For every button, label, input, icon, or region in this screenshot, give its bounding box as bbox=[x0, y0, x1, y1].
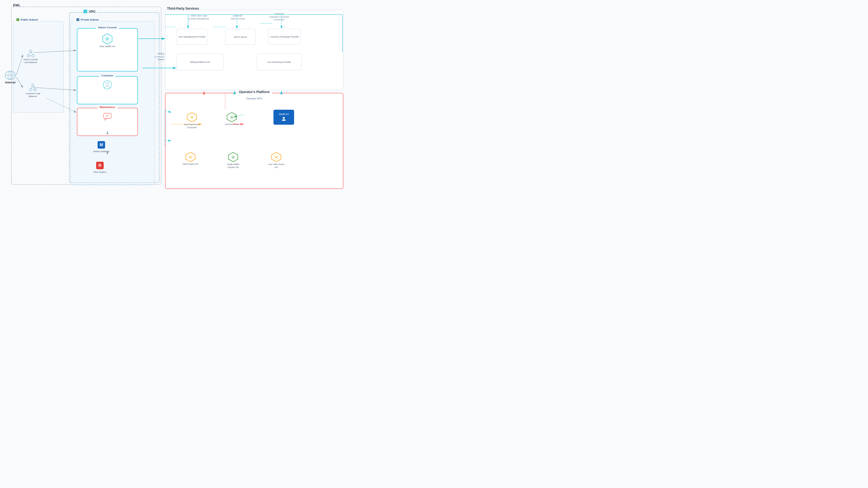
maintenance-box: Maintenance bbox=[77, 108, 138, 136]
single-wallet-label: Single Wallet Transfer API bbox=[224, 163, 243, 169]
admin-lb-label: Admin ConsoleLoad Balancer bbox=[24, 58, 38, 64]
smtp-label: SMTP Server bbox=[234, 36, 247, 38]
svg-text:⚙: ⚙ bbox=[189, 156, 192, 159]
maintenance-icon-node bbox=[103, 112, 112, 121]
svg-text:⚙: ⚙ bbox=[275, 156, 278, 159]
svg-point-11 bbox=[27, 55, 30, 57]
svg-point-10 bbox=[30, 50, 32, 52]
svg-text:⚙: ⚙ bbox=[230, 116, 233, 119]
lock-icon: 🔒 bbox=[16, 18, 20, 21]
live-streaming-box: Live Streaming Provider bbox=[257, 54, 301, 70]
svg-text:⚙: ⚙ bbox=[106, 37, 109, 41]
line-video-node: ⚙ Line Video Event API bbox=[267, 152, 286, 169]
public-subnet: 🔒 Public Subnet bbox=[13, 21, 64, 112]
slave-db-icon: R bbox=[95, 161, 104, 170]
customer-icon-node bbox=[103, 80, 112, 90]
architecture-diagram: EWL ☁ VPC 🔒 Public Subnet 🔒 Private Subn… bbox=[0, 0, 347, 195]
admin-lb-icon bbox=[27, 49, 35, 58]
alerts-export-node: ⚙ Alerts Export API bbox=[183, 152, 198, 165]
smtp-box: SMTP Server bbox=[225, 29, 256, 45]
admin-lb-node: Admin ConsoleLoad Balancer bbox=[24, 49, 38, 64]
currencies-label: [Optional]Automatic CurrenciesConversion bbox=[266, 12, 292, 21]
svg-line-20 bbox=[33, 86, 35, 89]
private-subnet-label: 🔒 Private Subnet bbox=[75, 18, 100, 21]
maintenance-box-title: Maintenance bbox=[98, 106, 117, 108]
single-wallet-icon: ⚙ bbox=[228, 152, 238, 162]
customer-lb-node: Customer Load Balancer bbox=[24, 83, 42, 98]
currency-exchange-label: Currency Exchange Provider bbox=[270, 35, 299, 38]
account-status-label: Account Status bbox=[225, 123, 239, 125]
admin-login-label: Admin User Login& Roles Management bbox=[186, 14, 212, 20]
user-mgmt-box: User Management Provider bbox=[177, 29, 207, 45]
oauth-icon bbox=[281, 116, 287, 122]
account-status-node: ⚙ Account Status bbox=[225, 112, 239, 125]
account-status-icon: ⚙ bbox=[226, 112, 237, 122]
alerts-export-icon: ⚙ bbox=[185, 152, 195, 162]
svg-text:🔒: 🔒 bbox=[77, 19, 79, 21]
user-mgmt-label: User Management Provider bbox=[178, 35, 206, 38]
internet-icon bbox=[4, 70, 17, 80]
internet-node: Internet bbox=[4, 70, 17, 84]
admin-console-box: Admin Console ⚙ EWL Wallet API bbox=[77, 28, 138, 71]
master-db-icon: M bbox=[97, 140, 106, 150]
live-streaming-label: Live Streaming Provider bbox=[267, 61, 291, 63]
line-video-label: Line Video Event API bbox=[267, 163, 286, 169]
svg-line-14 bbox=[31, 52, 33, 55]
operators-region: Operator's Platform Operator APIs ⚙ Data… bbox=[165, 93, 343, 189]
slave-db-label: Slave Replica bbox=[93, 171, 106, 173]
svg-point-25 bbox=[103, 80, 112, 89]
alerts-export-label: Alerts Export API bbox=[183, 163, 198, 165]
svg-point-18 bbox=[34, 89, 36, 91]
maintenance-chat-icon bbox=[103, 112, 112, 121]
third-party-region: Admin User Login& Roles Management [Opti… bbox=[165, 10, 343, 90]
vpc-label: ☁ VPC bbox=[83, 9, 96, 13]
customer-lb-icon bbox=[29, 83, 37, 92]
customer-lb-label: Customer Load Balancer bbox=[24, 92, 42, 98]
ewl-label: EWL bbox=[13, 3, 21, 7]
svg-line-19 bbox=[30, 86, 33, 89]
oauth-badge: Oauth 2.0 bbox=[274, 110, 294, 125]
svg-text:🔒: 🔒 bbox=[17, 19, 19, 21]
master-db-label: Master Database bbox=[93, 150, 110, 153]
cloud-icon: ☁ bbox=[83, 9, 88, 13]
svg-point-40 bbox=[283, 117, 285, 119]
single-wallet-node: ⚙ Single Wallet Transfer API bbox=[224, 152, 243, 169]
svg-line-13 bbox=[28, 52, 31, 55]
svg-point-17 bbox=[29, 89, 32, 91]
svg-text:⚙: ⚙ bbox=[191, 116, 193, 119]
dw-consumer-node: ⚙ Data Warehouse Consumer bbox=[183, 112, 201, 129]
betting-account-label: Betting& AccountDetails bbox=[143, 52, 164, 61]
betting-platform-label: Betting Platform API bbox=[190, 61, 210, 63]
lock-private-icon: 🔒 bbox=[76, 18, 80, 21]
master-db-node: M Master Database bbox=[93, 140, 110, 153]
svg-point-12 bbox=[32, 55, 34, 57]
internet-label: Internet bbox=[5, 81, 16, 84]
ewl-wallet-node: ⚙ EWL Wallet API bbox=[100, 33, 115, 47]
admin-console-title: Admin Console bbox=[96, 26, 119, 29]
customer-box: Customer bbox=[77, 76, 138, 104]
svg-text:M: M bbox=[100, 142, 103, 147]
alerts-label: [Optional]Alerts on Email bbox=[226, 14, 249, 20]
svg-point-26 bbox=[106, 82, 109, 85]
svg-text:☁: ☁ bbox=[85, 10, 86, 13]
svg-text:R: R bbox=[98, 163, 101, 168]
third-party-section-label: Third-Party Services bbox=[167, 6, 199, 10]
betting-platform-box: Betting Platform API bbox=[177, 54, 223, 70]
line-video-icon: ⚙ bbox=[271, 152, 281, 162]
public-subnet-label: 🔒 Public Subnet bbox=[15, 18, 39, 21]
customer-box-title: Customer bbox=[99, 74, 115, 77]
operators-label: Operator's Platform bbox=[237, 90, 272, 94]
customer-person-icon bbox=[103, 80, 112, 90]
svg-point-16 bbox=[32, 84, 34, 86]
svg-text:⚙: ⚙ bbox=[232, 156, 235, 159]
slave-db-node: R Slave Replica bbox=[93, 161, 106, 173]
svg-rect-27 bbox=[104, 113, 111, 118]
currency-exchange-box: Currency Exchange Provider bbox=[268, 29, 301, 45]
dw-consumer-label: Data Warehouse Consumer bbox=[183, 123, 201, 129]
ewl-wallet-icon: ⚙ bbox=[102, 33, 113, 44]
ewl-wallet-label: EWL Wallet API bbox=[100, 45, 115, 47]
oauth-label: Oauth 2.0 bbox=[279, 113, 288, 115]
dw-consumer-icon: ⚙ bbox=[187, 112, 197, 122]
operator-apis-label: Operator APIs bbox=[246, 97, 262, 100]
